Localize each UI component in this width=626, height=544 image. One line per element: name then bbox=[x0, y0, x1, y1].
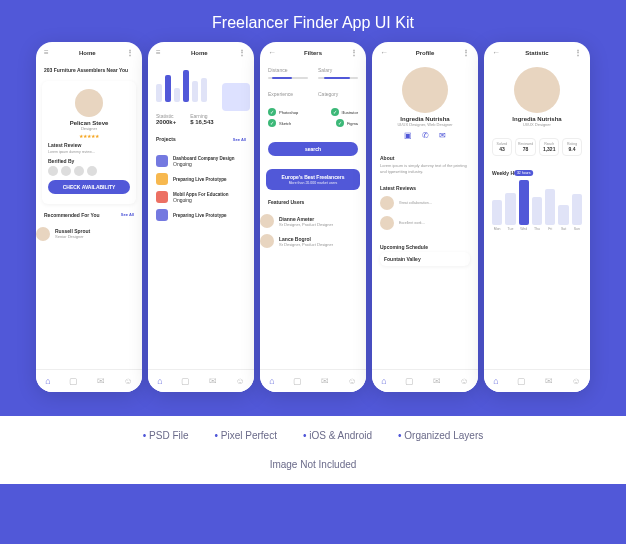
tab-user[interactable]: ☺ bbox=[571, 376, 580, 386]
profile-avatar bbox=[514, 67, 560, 113]
user-role: Senior Designer bbox=[55, 234, 142, 239]
salary-label: Salary bbox=[318, 67, 358, 73]
stat-rating: Rating9.4 bbox=[562, 138, 582, 156]
feature-item: iOS & Android bbox=[303, 430, 372, 441]
tab-chat[interactable]: ✉ bbox=[545, 376, 553, 386]
rating-stars: ★★★★★ bbox=[48, 133, 130, 139]
stat-grid: Solved43 Reviewed78 Reach1,321 Rating9.4 bbox=[484, 134, 590, 160]
menu-icon[interactable]: ≡ bbox=[44, 48, 49, 57]
featured-user[interactable]: Dianne AmeterSr Designer, Product Design… bbox=[260, 211, 366, 231]
filter-checkbox[interactable]: Illustrator bbox=[331, 108, 358, 116]
verified-label: Berified By bbox=[48, 158, 74, 164]
project-item[interactable]: Preparing Live Prototype bbox=[156, 206, 246, 224]
more-icon[interactable]: ⋮ bbox=[126, 48, 134, 57]
stat-solved: Solved43 bbox=[492, 138, 512, 156]
avatar bbox=[36, 227, 50, 241]
tab-search[interactable]: ▢ bbox=[69, 376, 78, 386]
review-text: Great collaboration… bbox=[399, 201, 470, 205]
avatar bbox=[260, 214, 274, 228]
illustration bbox=[222, 83, 250, 111]
weekly-bar-chart: 32 hours bbox=[492, 180, 582, 225]
project-item[interactable]: Dashboard Company DesignOngoing bbox=[156, 152, 246, 170]
distance-slider[interactable] bbox=[268, 77, 308, 79]
disclaimer: Image Not Included bbox=[0, 459, 626, 470]
freelancer-card[interactable]: Pelican Steve Designer ★★★★★ Latest Revi… bbox=[42, 81, 136, 204]
tab-home[interactable]: ⌂ bbox=[269, 376, 274, 386]
tab-chat[interactable]: ✉ bbox=[433, 376, 441, 386]
project-icon bbox=[156, 173, 168, 185]
back-icon[interactable]: ← bbox=[380, 48, 388, 57]
message-icon[interactable]: ✉ bbox=[439, 131, 446, 140]
filter-checkbox[interactable]: Figma bbox=[336, 119, 358, 127]
project-status: Ongoing bbox=[173, 161, 235, 167]
schedule-item[interactable]: Fountain Valley bbox=[380, 252, 470, 266]
avatar bbox=[75, 89, 103, 117]
tab-home[interactable]: ⌂ bbox=[381, 376, 386, 386]
category-label: Category bbox=[318, 91, 358, 97]
latest-review-label: Latest Review bbox=[48, 142, 81, 148]
freelancer-role: Designer bbox=[48, 126, 130, 131]
search-button[interactable]: search bbox=[268, 142, 358, 156]
availability-button[interactable]: CHECK AVAILABILITY bbox=[48, 180, 130, 194]
tab-chat[interactable]: ✉ bbox=[97, 376, 105, 386]
upcoming-label: Upcoming Schedule bbox=[380, 244, 428, 250]
footer: PSD File Pixel Perfect iOS & Android Org… bbox=[0, 416, 626, 484]
tab-user[interactable]: ☺ bbox=[123, 376, 132, 386]
see-all-link[interactable]: See All bbox=[233, 137, 246, 142]
back-icon[interactable]: ← bbox=[268, 48, 276, 57]
video-icon[interactable]: ▣ bbox=[404, 131, 412, 140]
more-icon[interactable]: ⋮ bbox=[462, 48, 470, 57]
banner-title: Europe's Best Freelancers bbox=[271, 174, 355, 180]
menu-icon[interactable]: ≡ bbox=[156, 48, 161, 57]
earning-value: $ 16,543 bbox=[190, 119, 213, 125]
tab-user[interactable]: ☺ bbox=[235, 376, 244, 386]
project-name: Preparing Live Prototype bbox=[173, 213, 227, 218]
project-item[interactable]: Mobil Apps For EducationOngoing bbox=[156, 188, 246, 206]
tab-chat[interactable]: ✉ bbox=[321, 376, 329, 386]
review-item[interactable]: Great collaboration… bbox=[380, 193, 470, 213]
tab-chat[interactable]: ✉ bbox=[209, 376, 217, 386]
review-item[interactable]: Excellent work… bbox=[380, 213, 470, 233]
see-all-link[interactable]: See All bbox=[121, 212, 134, 217]
feature-list: PSD File Pixel Perfect iOS & Android Org… bbox=[0, 430, 626, 441]
stat-reach: Reach1,321 bbox=[539, 138, 559, 156]
project-name: Mobil Apps For Education bbox=[173, 192, 229, 197]
salary-slider[interactable] bbox=[318, 77, 358, 79]
user-role: Sr Designer, Product Designer bbox=[279, 242, 366, 247]
about-text: Lorem ipsum is simply dummy text of the … bbox=[380, 163, 470, 174]
tab-user[interactable]: ☺ bbox=[347, 376, 356, 386]
tab-search[interactable]: ▢ bbox=[293, 376, 302, 386]
tab-search[interactable]: ▢ bbox=[405, 376, 414, 386]
more-icon[interactable]: ⋮ bbox=[574, 48, 582, 57]
screen-title: Home bbox=[191, 50, 208, 56]
call-icon[interactable]: ✆ bbox=[422, 131, 429, 140]
verified-by-avatars bbox=[48, 166, 130, 176]
project-item[interactable]: Preparing Live Prototype bbox=[156, 170, 246, 188]
tab-home[interactable]: ⌂ bbox=[157, 376, 162, 386]
screen-title: Profile bbox=[416, 50, 435, 56]
latest-reviews-label: Latest Reviews bbox=[380, 185, 416, 191]
screen-home-profile: ≡ Home ⋮ 203 Furniture Assemblers Near Y… bbox=[36, 42, 142, 392]
tab-search[interactable]: ▢ bbox=[181, 376, 190, 386]
more-icon[interactable]: ⋮ bbox=[238, 48, 246, 57]
tab-search[interactable]: ▢ bbox=[517, 376, 526, 386]
feature-item: PSD File bbox=[143, 430, 189, 441]
featured-user[interactable]: Lance BogrolSr Designer, Product Designe… bbox=[260, 231, 366, 251]
tab-home[interactable]: ⌂ bbox=[493, 376, 498, 386]
filter-checkbox[interactable]: Photoshop bbox=[268, 108, 298, 116]
project-icon bbox=[156, 191, 168, 203]
avatar bbox=[380, 216, 394, 230]
tab-user[interactable]: ☺ bbox=[459, 376, 468, 386]
recommended-user[interactable]: Russell SproutSenior Designer bbox=[36, 224, 142, 244]
experience-label: Experience bbox=[268, 91, 308, 97]
project-icon bbox=[156, 155, 168, 167]
more-icon[interactable]: ⋮ bbox=[350, 48, 358, 57]
filter-checkbox[interactable]: Sketch bbox=[268, 119, 291, 127]
featured-label: Featured Users bbox=[268, 199, 304, 205]
screen-title: Home bbox=[79, 50, 96, 56]
back-icon[interactable]: ← bbox=[492, 48, 500, 57]
contact-actions: ▣✆✉ bbox=[380, 131, 470, 140]
avatar bbox=[260, 234, 274, 248]
tab-home[interactable]: ⌂ bbox=[45, 376, 50, 386]
promo-banner[interactable]: Europe's Best Freelancers More than 20.0… bbox=[266, 169, 360, 190]
